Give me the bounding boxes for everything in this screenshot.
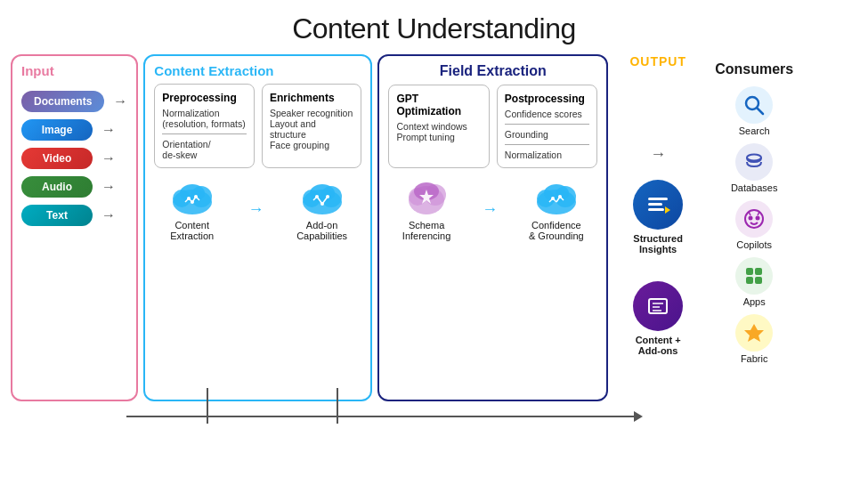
svg-line-50 [758, 212, 759, 215]
cloud-row-field: SchemaInferencing → [388, 177, 597, 241]
gpt-line1: Context windows [396, 121, 481, 132]
databases-icon [735, 143, 773, 181]
badge-documents: Documents [21, 91, 104, 112]
cloud-row-content: ContentExtraction → [154, 177, 361, 241]
databases-label: Databases [731, 182, 778, 193]
cloud-confidence-grounding: Confidence& Grounding [529, 177, 584, 241]
consumer-search: Search [735, 86, 773, 136]
field-extraction-boxes: GPT Optimization Context windows Prompt … [388, 85, 597, 168]
svg-point-45 [747, 155, 761, 161]
vline-left [207, 388, 208, 424]
postprocessing-line3: Normalization [505, 150, 589, 160]
arrow-text: → [101, 207, 116, 223]
enrichments-line2: Layout and structure [270, 118, 354, 140]
content-addons-circle [633, 281, 683, 331]
postprocessing-divider [505, 124, 589, 125]
enrichments-line1: Speaker recognition [270, 108, 354, 118]
input-row-image: Image → [21, 119, 127, 141]
confidence-label: Confidence& Grounding [529, 220, 584, 241]
svg-point-29 [544, 184, 569, 202]
input-items: Documents → Image → Video → Audio → Text… [21, 91, 127, 226]
cloud-content-extraction: ContentExtraction [169, 177, 215, 241]
badge-video: Video [21, 148, 93, 169]
svg-rect-52 [755, 268, 762, 275]
svg-point-19 [320, 202, 324, 206]
copilots-icon [735, 200, 773, 238]
diagram-area: Input Documents → Image → Video → Audio … [0, 54, 868, 464]
field-extraction-section: Field Extraction GPT Optimization Contex… [377, 54, 608, 401]
preprocessing-line1: Normalization [162, 108, 247, 118]
svg-rect-37 [648, 203, 662, 206]
cloud-icon-1 [169, 177, 215, 216]
gpt-box: GPT Optimization Context windows Prompt … [388, 85, 489, 168]
content-extraction-label: Content Extraction [154, 63, 361, 78]
vline-right [337, 388, 338, 424]
svg-rect-53 [746, 277, 753, 284]
schema-label: SchemaInferencing [402, 220, 450, 241]
copilots-label: Copilots [736, 239, 772, 250]
structured-insights-label: StructuredInsights [633, 233, 683, 255]
cloud-arrow-1: → [247, 200, 264, 219]
bottom-flow-arrow [126, 409, 643, 424]
consumer-databases: Databases [731, 143, 778, 193]
svg-point-3 [180, 184, 205, 202]
badge-image: Image [21, 119, 93, 141]
postprocessing-divider2 [505, 144, 589, 145]
input-row-video: Video → [21, 148, 127, 169]
output-structured-insights: StructuredInsights [633, 180, 683, 255]
badge-text: Text [21, 205, 93, 226]
preprocessing-title: Preprocessing [162, 92, 247, 104]
svg-line-49 [749, 212, 750, 215]
consumer-apps: Apps [735, 257, 773, 307]
cloud-schema-inferencing: SchemaInferencing [402, 177, 450, 241]
output-content-addons: Content +Add-ons [633, 281, 683, 356]
svg-rect-38 [648, 208, 664, 211]
cloud-addon-capabilities: Add-onCapabilities [296, 177, 347, 241]
cloud-label-1: ContentExtraction [170, 220, 214, 241]
svg-point-47 [749, 216, 753, 221]
arrow-video: → [101, 150, 116, 166]
input-section: Input Documents → Image → Video → Audio … [11, 54, 138, 401]
enrichments-title: Enrichments [270, 92, 354, 104]
arrow-audio: → [101, 179, 116, 195]
field-extraction-label: Field Extraction [388, 63, 597, 79]
svg-marker-55 [744, 324, 764, 342]
postprocessing-title: Postprocessing [505, 93, 589, 105]
cloud-icon-schema [403, 177, 450, 216]
enrichments-line3: Face grouping [270, 140, 354, 150]
badge-audio: Audio [21, 176, 93, 198]
svg-point-10 [191, 200, 194, 204]
svg-point-48 [756, 216, 760, 221]
preprocessing-line2: (resolution, formats) [162, 118, 247, 129]
output-label: OUTPUT [629, 54, 686, 69]
svg-point-18 [315, 195, 319, 198]
postprocessing-line1: Confidence scores [505, 109, 589, 119]
apps-icon [735, 257, 773, 295]
input-row-documents: Documents → [21, 91, 127, 112]
consumers-section: Consumers Search Databases [708, 54, 800, 378]
output-arrow: → [650, 145, 666, 164]
postprocessing-line2: Grounding [505, 129, 589, 140]
content-extraction-boxes: Preprocessing Normalization (resolution,… [154, 84, 361, 168]
input-row-text: Text → [21, 205, 127, 226]
consumer-copilots: Copilots [735, 200, 773, 250]
gpt-line2: Prompt tuning [396, 132, 481, 142]
preprocessing-line4: de-skew [162, 150, 247, 160]
search-icon [735, 86, 773, 124]
svg-point-8 [187, 197, 191, 200]
input-row-audio: Audio → [21, 176, 127, 198]
fabric-label: Fabric [741, 353, 768, 364]
content-extraction-section: Content Extraction Preprocessing Normali… [143, 54, 372, 401]
consumers-label: Consumers [715, 61, 793, 77]
structured-insights-circle [633, 180, 683, 230]
svg-rect-51 [746, 268, 753, 275]
output-section: OUTPUT → StructuredInsights [613, 54, 702, 464]
search-label: Search [739, 125, 770, 136]
input-label: Input [21, 63, 54, 78]
svg-point-34 [551, 197, 555, 200]
arrow-documents: → [113, 93, 127, 109]
svg-rect-54 [755, 277, 762, 284]
gpt-title: GPT Optimization [396, 93, 481, 117]
content-addons-label: Content +Add-ons [636, 335, 681, 356]
page-title: Content Understanding [0, 0, 868, 54]
